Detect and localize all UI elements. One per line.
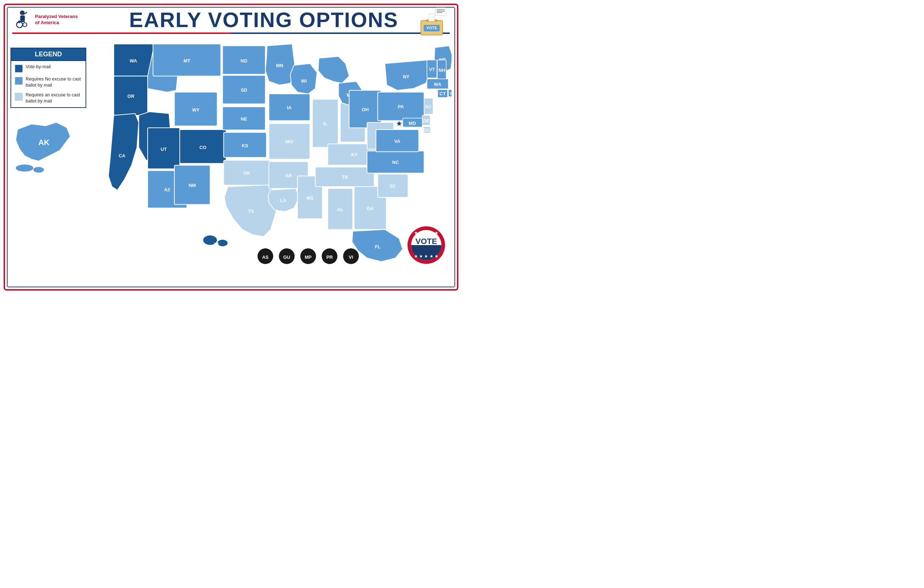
legend-item-no-excuse: Requires No excuse to cast ballot by mai… <box>15 76 82 88</box>
svg-rect-16 <box>429 14 435 21</box>
svg-rect-54 <box>269 124 310 159</box>
svg-point-119 <box>343 248 359 264</box>
outer-container: Paralyzed Veterans of America EARLY VOTI… <box>3 3 459 291</box>
svg-point-18 <box>33 167 44 173</box>
svg-rect-37 <box>174 165 210 205</box>
header: Paralyzed Veterans of America EARLY VOTI… <box>5 5 457 33</box>
svg-point-109 <box>217 239 228 246</box>
legend-label-excuse-required: Requires an excuse to cast ballot by mai… <box>26 92 82 104</box>
vote-box-icon: VOTE <box>417 7 450 38</box>
svg-text:AK: AK <box>38 138 50 147</box>
ak-map: AK <box>10 119 81 175</box>
svg-point-115 <box>300 248 316 264</box>
svg-point-17 <box>16 164 33 172</box>
legend-item-excuse-required: Requires an excuse to cast ballot by mai… <box>15 92 82 104</box>
veteran-icon <box>12 10 32 30</box>
svg-rect-77 <box>378 174 408 197</box>
svg-rect-8 <box>435 8 446 15</box>
svg-text:★ ★ ★ ★ ★: ★ ★ ★ ★ ★ <box>414 254 439 259</box>
org-name: Paralyzed Veterans of America <box>35 14 78 26</box>
svg-rect-106 <box>423 127 431 133</box>
svg-text:★: ★ <box>396 119 403 127</box>
svg-rect-102 <box>422 115 430 125</box>
svg-point-117 <box>322 248 337 264</box>
svg-rect-83 <box>376 130 419 152</box>
svg-rect-104 <box>403 118 422 127</box>
svg-rect-43 <box>223 107 266 130</box>
svg-rect-61 <box>313 99 338 147</box>
svg-rect-7 <box>17 22 20 23</box>
svg-text:VOTE: VOTE <box>416 237 437 246</box>
svg-rect-96 <box>448 89 452 97</box>
logo-area: Paralyzed Veterans of America <box>12 10 78 30</box>
svg-rect-33 <box>148 128 180 169</box>
svg-rect-52 <box>269 94 310 121</box>
svg-rect-22 <box>114 76 148 116</box>
svg-rect-39 <box>223 46 266 74</box>
legend-title: LEGEND <box>10 48 86 61</box>
legend-body: Vote-by-mail Requires No excuse to cast … <box>10 61 86 108</box>
legend-item-vote-by-mail: Vote-by-mail <box>15 64 82 73</box>
svg-rect-4 <box>23 17 25 22</box>
svg-point-111 <box>257 248 273 264</box>
svg-rect-47 <box>224 160 270 185</box>
svg-rect-94 <box>427 79 448 89</box>
svg-rect-100 <box>424 98 433 114</box>
svg-rect-41 <box>223 76 266 104</box>
svg-rect-98 <box>437 89 447 97</box>
content: LEGEND Vote-by-mail Requires No excuse t… <box>5 37 457 279</box>
svg-rect-31 <box>180 130 226 164</box>
svg-point-108 <box>203 235 217 245</box>
svg-rect-29 <box>174 92 217 126</box>
svg-rect-27 <box>153 44 221 76</box>
svg-point-113 <box>279 248 295 264</box>
main-title: EARLY VOTING OPTIONS <box>78 9 450 30</box>
divider <box>12 33 450 34</box>
svg-text:★ ★ ★ ★ ★: ★ ★ ★ ★ ★ <box>414 230 439 235</box>
us-map: WA OR CA ID NV MT WY <box>90 37 452 279</box>
legend-color-excuse-required <box>15 93 23 101</box>
svg-text:VOTE: VOTE <box>426 26 437 30</box>
svg-rect-85 <box>378 92 424 121</box>
svg-rect-92 <box>437 60 447 79</box>
svg-rect-45 <box>224 132 267 157</box>
svg-rect-70 <box>315 167 374 187</box>
vote-badge: ★ ★ ★ ★ ★ VOTE ★ ★ ★ ★ ★ <box>406 225 446 265</box>
svg-rect-72 <box>328 188 353 230</box>
svg-point-6 <box>23 22 27 26</box>
legend-label-vote-by-mail: Vote-by-mail <box>26 64 51 70</box>
ak-container: AK <box>10 119 86 177</box>
legend: LEGEND Vote-by-mail Requires No excuse t… <box>10 48 86 279</box>
svg-rect-90 <box>427 60 437 78</box>
svg-rect-79 <box>367 151 424 173</box>
legend-color-no-excuse <box>15 77 23 85</box>
map-container: WA OR CA ID NV MT WY <box>90 37 452 279</box>
svg-rect-20 <box>114 44 153 76</box>
legend-label-no-excuse: Requires No excuse to cast ballot by mai… <box>26 76 82 88</box>
legend-color-vote-by-mail <box>15 64 23 73</box>
